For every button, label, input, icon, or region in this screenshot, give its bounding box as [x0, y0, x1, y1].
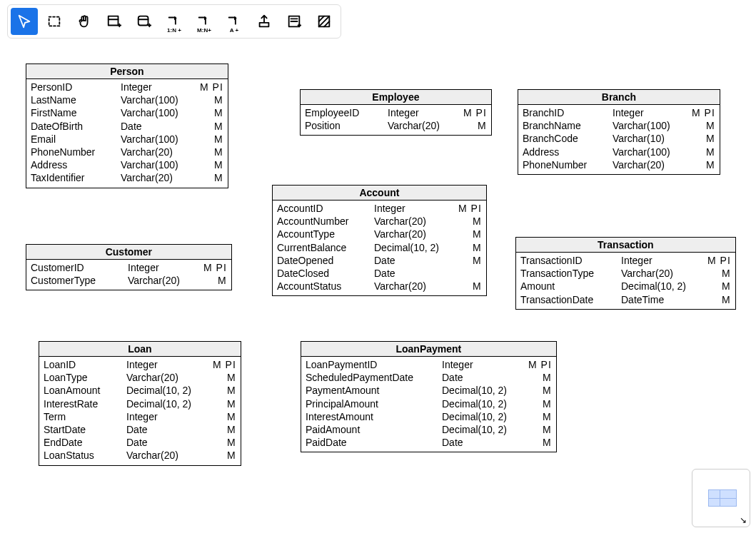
column-row[interactable]: LoanTypeVarchar(20)M	[44, 371, 236, 384]
column-row[interactable]: AccountNumberVarchar(20)M	[277, 215, 482, 228]
entity-body: EmployeeIDIntegerM PIPositionVarchar(20)…	[301, 105, 491, 135]
column-flags: M	[473, 254, 482, 267]
column-row[interactable]: LoanIDIntegerM PI	[44, 358, 236, 371]
column-row[interactable]: FirstNameVarchar(100)M	[31, 106, 223, 119]
column-row[interactable]: LoanPaymentIDIntegerM PI	[306, 358, 552, 371]
column-row[interactable]: ScheduledPaymentDateDateM	[306, 371, 552, 384]
column-name: Amount	[520, 280, 617, 293]
entity-employee[interactable]: EmployeeEmployeeIDIntegerM PIPositionVar…	[300, 89, 492, 136]
column-name: BranchCode	[523, 132, 608, 145]
column-type: Date	[442, 436, 538, 449]
column-flags: M	[473, 241, 482, 254]
column-flags: M	[473, 228, 482, 240]
column-flags: M	[543, 371, 552, 384]
column-row[interactable]: EmailVarchar(100)M	[31, 133, 223, 146]
column-flags: M	[722, 267, 731, 280]
column-row[interactable]: AddressVarchar(100)M	[523, 146, 715, 158]
column-type: Decimal(10, 2)	[126, 384, 223, 397]
column-flags: M	[722, 280, 731, 293]
column-row[interactable]: AddressVarchar(100)M	[31, 158, 223, 171]
column-type: Varchar(100)	[121, 133, 210, 146]
diagram-canvas[interactable]: PersonPersonIDIntegerM PILastNameVarchar…	[0, 0, 756, 533]
entity-body: PersonIDIntegerM PILastNameVarchar(100)M…	[26, 79, 228, 188]
column-type: Date	[126, 436, 223, 449]
column-row[interactable]: PaidDateDateM	[306, 436, 552, 449]
column-row[interactable]: TransactionDateDateTimeM	[520, 293, 731, 306]
column-row[interactable]: InterestRateDecimal(10, 2)M	[44, 397, 236, 410]
entity-transaction[interactable]: TransactionTransactionIDIntegerM PITrans…	[515, 237, 736, 310]
column-name: TransactionDate	[520, 293, 617, 306]
column-name: AccountID	[277, 202, 370, 215]
column-type: Varchar(20)	[374, 215, 468, 228]
entity-customer[interactable]: CustomerCustomerIDIntegerM PICustomerTyp…	[26, 244, 232, 290]
column-flags: M	[543, 410, 552, 423]
column-row[interactable]: AmountDecimal(10, 2)M	[520, 280, 731, 293]
column-row[interactable]: LoanAmountDecimal(10, 2)M	[44, 384, 236, 397]
entity-branch[interactable]: BranchBranchIDIntegerM PIBranchNameVarch…	[518, 89, 720, 175]
column-row[interactable]: PaidAmountDecimal(10, 2)M	[306, 423, 552, 436]
entity-person[interactable]: PersonPersonIDIntegerM PILastNameVarchar…	[26, 64, 228, 188]
column-row[interactable]: DateOfBirthDateM	[31, 120, 223, 133]
column-row[interactable]: BranchNameVarchar(100)M	[523, 119, 715, 132]
column-name: InterestRate	[44, 397, 122, 410]
column-row[interactable]: TermIntegerM	[44, 410, 236, 423]
column-type: Date	[374, 267, 478, 280]
entity-loan[interactable]: LoanLoanIDIntegerM PILoanTypeVarchar(20)…	[39, 341, 241, 466]
column-name: LastName	[31, 93, 116, 106]
column-row[interactable]: AccountStatusVarchar(20)M	[277, 280, 482, 293]
column-row[interactable]: AccountTypeVarchar(20)M	[277, 228, 482, 240]
column-type: Varchar(20)	[388, 119, 473, 132]
column-flags: M	[214, 133, 223, 146]
column-name: LoanPaymentID	[306, 358, 438, 371]
resize-arrow-icon[interactable]: ↘	[740, 515, 747, 525]
column-row[interactable]: LoanStatusVarchar(20)M	[44, 449, 236, 462]
column-row[interactable]: PersonIDIntegerM PI	[31, 81, 223, 93]
entity-account[interactable]: AccountAccountIDIntegerM PIAccountNumber…	[272, 185, 487, 296]
column-flags: M	[706, 146, 715, 158]
column-row[interactable]: DateClosedDate	[277, 267, 482, 280]
column-type: Varchar(20)	[126, 371, 223, 384]
entity-loanpayment[interactable]: LoanPaymentLoanPaymentIDIntegerM PISched…	[301, 341, 557, 452]
column-row[interactable]: BranchIDIntegerM PI	[523, 106, 715, 119]
column-row[interactable]: AccountIDIntegerM PI	[277, 202, 482, 215]
column-flags: M	[478, 119, 487, 132]
column-row[interactable]: TransactionIDIntegerM PI	[520, 254, 731, 267]
column-type: Varchar(100)	[121, 158, 210, 171]
column-row[interactable]: PhoneNumberVarchar(20)M	[31, 146, 223, 158]
column-row[interactable]: EndDateDateM	[44, 436, 236, 449]
column-flags: M	[227, 423, 236, 436]
column-type: Decimal(10, 2)	[442, 397, 538, 410]
column-name: Address	[31, 158, 116, 171]
minimap[interactable]: ↘	[692, 469, 750, 527]
column-row[interactable]: BranchCodeVarchar(10)M	[523, 132, 715, 145]
column-row[interactable]: TaxIdentifierVarchar(20)M	[31, 171, 223, 184]
column-row[interactable]: PrincipalAmountDecimal(10, 2)M	[306, 397, 552, 410]
column-flags: M	[214, 120, 223, 133]
column-row[interactable]: CurrentBalanceDecimal(10, 2)M	[277, 241, 482, 254]
column-row[interactable]: EmployeeIDIntegerM PI	[305, 106, 487, 119]
column-type: Integer	[374, 202, 454, 215]
column-row[interactable]: PaymentAmountDecimal(10, 2)M	[306, 384, 552, 397]
column-flags: M	[227, 436, 236, 449]
entity-body: AccountIDIntegerM PIAccountNumberVarchar…	[273, 200, 486, 295]
column-type: Integer	[613, 106, 687, 119]
column-name: Email	[31, 133, 116, 146]
column-row[interactable]: LastNameVarchar(100)M	[31, 93, 223, 106]
column-name: PrincipalAmount	[306, 397, 438, 410]
column-row[interactable]: InterestAmountDecimal(10, 2)M	[306, 410, 552, 423]
column-row[interactable]: TransactionTypeVarchar(20)M	[520, 267, 731, 280]
column-row[interactable]: DateOpenedDateM	[277, 254, 482, 267]
column-flags: M	[706, 119, 715, 132]
minimap-viewport	[708, 489, 737, 507]
column-row[interactable]: PhoneNumberVarchar(20)M	[523, 158, 715, 171]
column-type: Varchar(100)	[613, 146, 702, 158]
column-type: Varchar(20)	[128, 274, 213, 287]
column-row[interactable]: StartDateDateM	[44, 423, 236, 436]
column-flags: M	[214, 158, 223, 171]
entity-title: Branch	[518, 90, 720, 105]
column-type: Varchar(20)	[121, 171, 210, 184]
column-row[interactable]: CustomerIDIntegerM PI	[31, 261, 227, 274]
column-row[interactable]: PositionVarchar(20)M	[305, 119, 487, 132]
column-row[interactable]: CustomerTypeVarchar(20)M	[31, 274, 227, 287]
column-name: LoanAmount	[44, 384, 122, 397]
